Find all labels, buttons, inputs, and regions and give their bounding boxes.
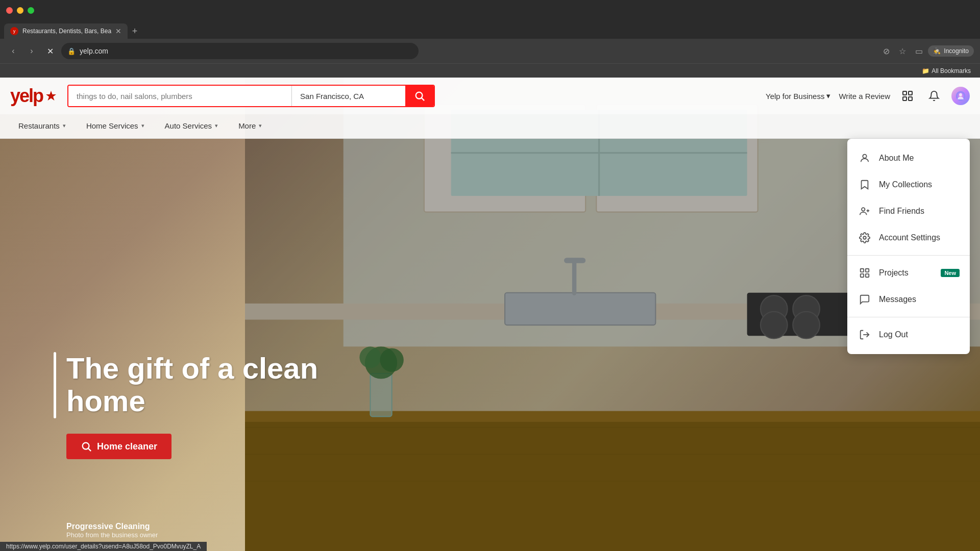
svg-rect-28 [903,91,906,95]
dropdown-messages[interactable]: Messages [847,286,970,313]
dropdown-find-friends[interactable]: Find Friends [847,198,970,224]
yelp-logo-text: yelp [10,85,43,107]
bookmarks-folder-icon: 📁 [922,67,929,74]
log-out-icon [857,328,872,342]
dropdown-log-out[interactable]: Log Out [847,321,970,348]
yelp-for-business-btn[interactable]: Yelp for Business ▾ [766,91,830,101]
svg-point-33 [959,93,962,96]
search-form[interactable] [67,85,435,107]
hero-title: The gift of a clean home [66,352,322,417]
svg-point-34 [83,443,89,449]
more-chevron-icon: ▾ [259,122,262,129]
about-me-label: About Me [879,154,914,163]
svg-point-36 [863,155,866,158]
photo-credit: Progressive Cleaning Photo from the busi… [66,522,158,539]
svg-rect-43 [861,274,864,277]
tab-title: Restaurants, Dentists, Bars, Bea [22,28,111,35]
nav-restaurants[interactable]: Restaurants ▾ [10,114,74,139]
avatar-icon [955,91,966,101]
incognito-icon: 🕵 [933,47,941,55]
url-text: yelp.com [80,47,412,55]
cta-search-icon [81,441,92,452]
svg-point-26 [416,92,423,99]
collections-icon-btn[interactable] [898,87,917,105]
svg-rect-41 [861,269,864,272]
all-bookmarks[interactable]: 📁 All Bookmarks [919,66,974,76]
incognito-label: Incognito [944,47,969,55]
back-btn[interactable]: ‹ [6,44,20,58]
address-bar[interactable]: 🔒 yelp.com [61,43,419,59]
yelp-logo[interactable]: yelp [10,85,57,107]
active-tab[interactable]: y Restaurants, Dentists, Bars, Bea ✕ [4,23,128,39]
about-me-icon [857,151,872,165]
user-avatar-btn[interactable] [951,87,970,105]
cast-icon[interactable]: ⊘ [879,44,893,58]
svg-rect-42 [866,269,869,272]
svg-rect-29 [909,91,912,95]
hero-background [0,78,980,551]
nav-more[interactable]: More ▾ [230,114,270,139]
lock-icon: 🔒 [67,47,76,55]
nav-home-services[interactable]: Home Services ▾ [78,114,153,139]
photo-credit-sub: Photo from the business owner [66,531,158,539]
restaurants-chevron-icon: ▾ [63,122,66,129]
cta-label: Home cleaner [97,441,157,452]
projects-icon [857,266,872,280]
hero-content: The gift of a clean home Home cleaner [66,352,322,459]
my-collections-label: My Collections [879,180,932,189]
header-actions: Yelp for Business ▾ Write a Review [766,87,970,105]
find-friends-icon [857,204,872,218]
home-cleaner-cta-btn[interactable]: Home cleaner [66,434,172,459]
yelp-logo-burst [45,90,57,102]
search-what-input[interactable] [68,86,291,106]
dropdown-account-settings[interactable]: Account Settings [847,224,970,251]
yelp-page: yelp Yelp for Business ▾ Write a [0,78,980,551]
toolbar-actions: ⊘ ☆ ▭ 🕵 Incognito [879,44,974,58]
svg-rect-30 [903,97,906,101]
photo-credit-business: Progressive Cleaning [66,522,158,531]
forward-btn[interactable]: › [24,44,39,58]
new-tab-btn[interactable]: + [128,23,142,39]
dropdown-projects[interactable]: Projects New [847,260,970,286]
dropdown-my-collections[interactable]: My Collections [847,171,970,198]
svg-rect-31 [909,97,912,101]
dropdown-divider-2 [847,317,970,317]
auto-services-chevron-icon: ▾ [215,122,218,129]
svg-line-35 [88,448,91,451]
yelp-nav: Restaurants ▾ Home Services ▾ Auto Servi… [0,114,980,139]
search-icon [414,90,425,102]
log-out-label: Log Out [879,330,908,339]
browser-tabs: y Restaurants, Dentists, Bars, Bea ✕ + [0,20,980,39]
bookmarks-bar: 📁 All Bookmarks [0,63,980,78]
notifications-btn[interactable] [925,87,943,105]
messages-icon [857,292,872,307]
search-submit-btn[interactable] [405,86,434,106]
collections-icon [901,90,914,102]
search-where-input[interactable] [291,86,405,106]
bookmark-star-icon[interactable]: ☆ [895,44,910,58]
svg-point-37 [862,208,865,211]
reload-btn[interactable]: ✕ [43,44,57,58]
hero-cta: Home cleaner [66,434,322,459]
yelp-header: yelp Yelp for Business ▾ Write a [0,78,980,114]
yelp-for-business-label: Yelp for Business [766,92,824,101]
dropdown-about-me[interactable]: About Me [847,145,970,171]
svg-line-27 [422,98,424,101]
svg-point-40 [863,236,866,239]
incognito-btn[interactable]: 🕵 Incognito [928,45,974,57]
user-dropdown-menu: About Me My Collections Find Friends [847,139,970,354]
my-collections-icon [857,178,872,192]
hero-accent-bar [54,352,56,418]
bell-icon [928,90,940,102]
status-url: https://www.yelp.com/user_details?usend=… [6,543,201,550]
account-settings-label: Account Settings [879,233,940,242]
home-services-chevron-icon: ▾ [141,122,144,129]
svg-marker-25 [46,91,56,101]
find-friends-label: Find Friends [879,207,924,216]
bookmarks-label: All Bookmarks [932,67,971,74]
write-review-btn[interactable]: Write a Review [839,92,890,101]
tab-close-btn[interactable]: ✕ [115,28,121,35]
nav-auto-services[interactable]: Auto Services ▾ [157,114,227,139]
device-icon[interactable]: ▭ [912,44,926,58]
dropdown-divider-1 [847,255,970,256]
